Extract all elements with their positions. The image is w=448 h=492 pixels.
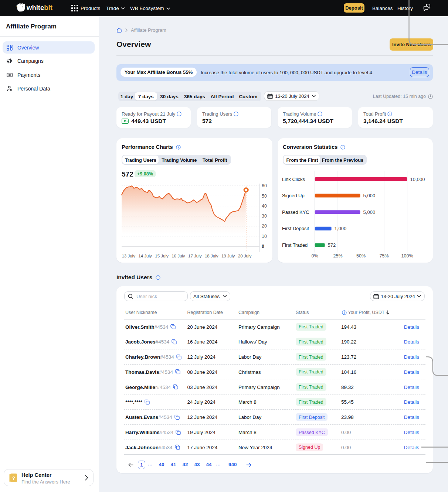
svg-text:5,000: 5,000 <box>363 193 376 198</box>
svg-text:17 July: 17 July <box>188 254 202 258</box>
svg-text:50: 50 <box>262 194 267 199</box>
svg-text:?: ? <box>12 475 15 481</box>
svg-text:75%: 75% <box>380 253 389 259</box>
svg-text:18 July: 18 July <box>205 254 218 258</box>
svg-text:13 July: 13 July <box>122 254 135 258</box>
svg-text:Link Clicks: Link Clicks <box>282 177 305 182</box>
svg-text:Signed Up: Signed Up <box>282 193 305 198</box>
svg-text:16 July: 16 July <box>172 254 185 258</box>
svg-text:0%: 0% <box>312 253 318 259</box>
svg-text:14 July: 14 July <box>138 254 152 258</box>
svg-text:25%: 25% <box>333 253 343 259</box>
svg-text:10,000: 10,000 <box>410 177 425 182</box>
svg-text:First Deposit: First Deposit <box>282 226 309 231</box>
svg-text:5,000: 5,000 <box>363 209 376 215</box>
svg-text:40: 40 <box>262 204 267 209</box>
svg-text:100%: 100% <box>401 253 413 259</box>
svg-text:572: 572 <box>328 242 336 248</box>
svg-text:50%: 50% <box>356 253 366 259</box>
svg-text:Passed KYC: Passed KYC <box>282 209 309 215</box>
svg-text:10: 10 <box>262 234 267 239</box>
svg-text:20: 20 <box>262 223 267 229</box>
svg-text:First Traded: First Traded <box>282 242 308 248</box>
svg-text:60: 60 <box>262 183 267 188</box>
svg-text:30: 30 <box>262 213 267 219</box>
svg-text:0: 0 <box>262 244 264 249</box>
svg-text:15 July: 15 July <box>155 254 169 258</box>
svg-text:20 July: 20 July <box>238 254 252 258</box>
svg-text:19 July: 19 July <box>221 254 235 258</box>
svg-text:1,000: 1,000 <box>335 226 347 231</box>
